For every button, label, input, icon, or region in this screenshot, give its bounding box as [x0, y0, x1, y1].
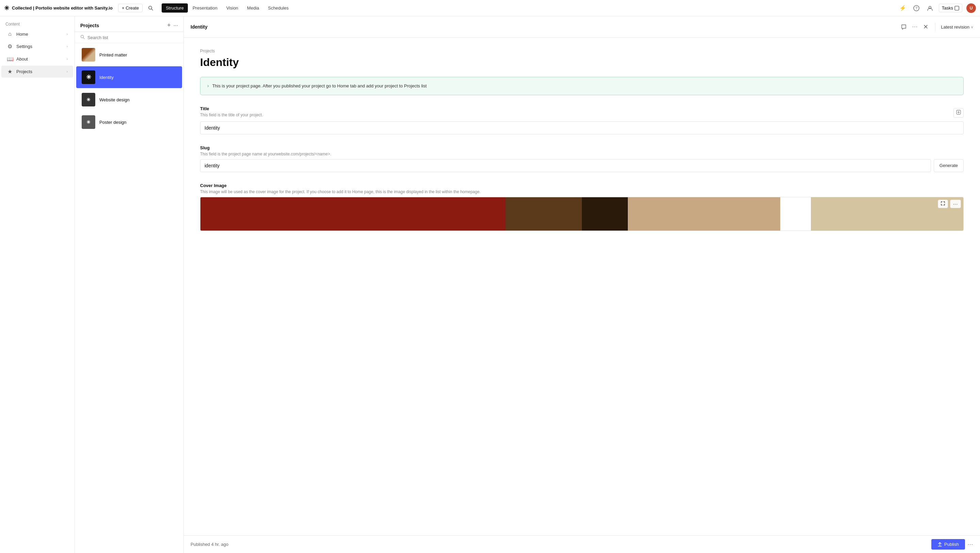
title-field-header: Title This field is the title of your pr…: [200, 106, 964, 120]
project-thumb-printed-matter: [82, 48, 95, 62]
lightning-icon[interactable]: ⚡: [898, 3, 907, 13]
revision-chevron-icon: ∨: [971, 25, 973, 29]
user-icon[interactable]: [925, 3, 935, 13]
slug-field-section: Slug This field is the project page name…: [200, 145, 964, 172]
avatar[interactable]: U: [966, 3, 976, 13]
search-button[interactable]: [145, 4, 156, 12]
projects-panel-title: Projects: [80, 23, 167, 28]
project-name-poster-design: Poster design: [99, 120, 127, 125]
logo-icon: ✳: [4, 5, 9, 12]
bottom-more-button[interactable]: ···: [968, 542, 973, 548]
home-icon: ⌂: [7, 31, 13, 37]
slug-input[interactable]: [200, 159, 931, 172]
projects-header: Projects + ···: [75, 16, 183, 32]
nav-vision[interactable]: Vision: [222, 3, 242, 13]
project-thumb-website-design: ✳: [82, 93, 95, 106]
add-project-button[interactable]: +: [167, 22, 171, 29]
title-field-section: Title This field is the title of your pr…: [200, 106, 964, 134]
settings-icon: ⚙: [7, 43, 13, 50]
projects-chevron: ›: [67, 70, 68, 73]
nav-presentation[interactable]: Presentation: [189, 3, 221, 13]
info-box-text: This is your project page. After you pub…: [212, 83, 427, 89]
title-input[interactable]: [200, 121, 964, 134]
cover-resize-button[interactable]: [938, 200, 948, 208]
info-box: › This is your project page. After you p…: [200, 77, 964, 95]
cover-image-label: Cover Image: [200, 183, 964, 188]
cover-image-actions: ···: [200, 197, 964, 208]
topbar-nav: Structure Presentation Vision Media Sche…: [162, 3, 293, 13]
cover-image-description: This image will be used as the cover ima…: [200, 189, 964, 194]
project-name-printed-matter: Printed matter: [99, 52, 127, 57]
svg-text:?: ?: [915, 6, 917, 10]
nav-structure[interactable]: Structure: [162, 3, 188, 13]
project-item-identity[interactable]: ✳ Identity: [76, 66, 182, 88]
project-name-identity: Identity: [99, 75, 114, 80]
app-logo: ✳ Collected | Portolio website editor wi…: [4, 5, 113, 12]
identity-thumb-icon: ✳: [86, 73, 91, 81]
sidebar-item-about[interactable]: 📖 About ›: [2, 53, 73, 65]
home-label: Home: [16, 32, 63, 37]
projects-icon: ★: [7, 68, 13, 75]
content-header: Identity ··· ✕ Latest revision ∨: [184, 16, 980, 38]
search-box: [75, 32, 183, 43]
project-item-poster-design[interactable]: ✳ Poster design: [76, 111, 182, 133]
sidebar-item-settings[interactable]: ⚙ Settings ›: [2, 40, 73, 52]
tasks-label: Tasks: [942, 5, 953, 11]
publish-button[interactable]: Publish: [931, 539, 965, 550]
projects-label: Projects: [16, 69, 63, 74]
app-title: Collected | Portolio website editor with…: [12, 5, 113, 11]
project-item-website-design[interactable]: ✳ Website design: [76, 89, 182, 111]
revision-dropdown[interactable]: Latest revision ∨: [941, 24, 973, 30]
about-label: About: [16, 56, 63, 62]
svg-line-1: [151, 9, 153, 10]
slug-row: Generate: [200, 159, 964, 172]
projects-more-button[interactable]: ···: [173, 22, 178, 29]
title-field-description: This field is the title of your project.: [200, 113, 263, 118]
comment-icon[interactable]: [899, 22, 908, 31]
home-chevron: ›: [67, 32, 68, 36]
svg-rect-5: [955, 6, 959, 10]
page-title: Identity: [200, 56, 964, 69]
header-more-button[interactable]: ···: [911, 22, 919, 31]
project-item-printed-matter[interactable]: Printed matter: [76, 44, 182, 66]
sidebar-section-label: Content: [0, 19, 75, 28]
project-thumb-poster-design: ✳: [82, 115, 95, 129]
nav-schedules[interactable]: Schedules: [264, 3, 293, 13]
slug-field-label: Slug: [200, 145, 964, 150]
title-ai-button[interactable]: [953, 108, 964, 118]
search-input[interactable]: [88, 35, 178, 40]
create-button[interactable]: + Create: [118, 4, 143, 12]
sidebar-item-home[interactable]: ⌂ Home ›: [2, 28, 73, 40]
nav-media[interactable]: Media: [243, 3, 263, 13]
projects-actions: + ···: [167, 22, 178, 29]
published-status: Published 4 hr. ago: [191, 542, 931, 547]
settings-label: Settings: [16, 44, 63, 49]
sidebar: Content ⌂ Home › ⚙ Settings › 📖 About › …: [0, 16, 75, 553]
projects-panel: Projects + ··· Printed matter ✳ Identity: [75, 16, 184, 553]
breadcrumb: Projects: [200, 49, 964, 53]
content-header-title: Identity: [191, 24, 899, 30]
topbar: ✳ Collected | Portolio website editor wi…: [0, 0, 980, 16]
slug-field-description: This field is the project page name at y…: [200, 152, 964, 156]
project-list: Printed matter ✳ Identity ✳ Website desi…: [75, 43, 183, 553]
info-box-chevron-icon: ›: [207, 83, 209, 88]
generate-button[interactable]: Generate: [934, 159, 964, 172]
sidebar-item-projects[interactable]: ★ Projects ›: [2, 66, 73, 78]
about-chevron: ›: [67, 57, 68, 61]
header-divider: [935, 23, 935, 31]
content-area: Identity ··· ✕ Latest revision ∨ Project…: [184, 16, 980, 553]
website-thumb-icon: ✳: [86, 97, 91, 102]
about-icon: 📖: [7, 56, 13, 62]
title-field-label: Title: [200, 106, 263, 111]
svg-line-7: [83, 38, 85, 39]
cover-more-button[interactable]: ···: [950, 200, 961, 208]
cover-image-field-section: Cover Image This image will be used as t…: [200, 183, 964, 214]
content-scroll: Projects Identity › This is your project…: [184, 38, 980, 536]
poster-thumb-icon: ✳: [86, 119, 91, 125]
publish-label: Publish: [944, 542, 959, 547]
tasks-button[interactable]: Tasks: [939, 4, 962, 12]
project-thumb-identity: ✳: [82, 70, 95, 84]
close-icon[interactable]: ✕: [922, 22, 930, 32]
main-layout: Content ⌂ Home › ⚙ Settings › 📖 About › …: [0, 16, 980, 553]
help-icon[interactable]: ?: [912, 3, 921, 13]
